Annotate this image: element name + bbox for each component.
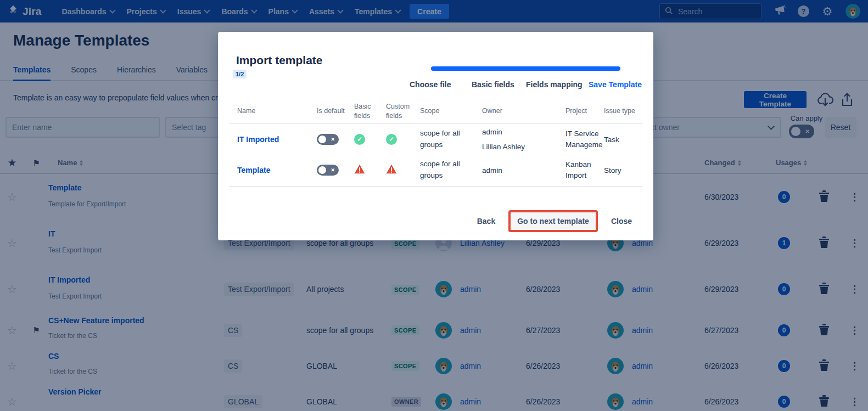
- go-to-next-template-button[interactable]: Go to next template: [511, 212, 596, 230]
- template-link[interactable]: IT Imported: [237, 135, 317, 144]
- app-window: Jira Dashboards Projects Issues Boards P…: [0, 0, 868, 411]
- divider: [229, 186, 642, 187]
- modal-table-header: Name Is default Basic fields Custom fiel…: [237, 102, 651, 121]
- col-issue-type: Issue type: [604, 106, 651, 116]
- close-button[interactable]: Close: [608, 216, 635, 226]
- basic-fields-warning-icon: [354, 164, 365, 174]
- step-choose-file[interactable]: Choose file: [410, 80, 451, 89]
- scope-cell: scope for all groups: [420, 159, 482, 182]
- is-default-toggle[interactable]: ✕: [317, 165, 339, 176]
- is-default-toggle[interactable]: ✕: [317, 134, 339, 145]
- step-counter-badge: 1/2: [233, 70, 247, 78]
- custom-fields-warning-icon: [386, 164, 397, 174]
- back-button[interactable]: Back: [474, 216, 499, 226]
- owner-cell: admin Lillian Ashley: [482, 128, 565, 151]
- col-is-default: Is default: [317, 106, 354, 116]
- annotation-highlight: Go to next template: [508, 210, 598, 232]
- col-custom-fields: Custom fields: [386, 102, 420, 121]
- import-template-modal: Import template 1/2 Choose file Basic fi…: [218, 32, 653, 240]
- col-project: Project: [565, 106, 604, 116]
- col-basic-fields: Basic fields: [354, 102, 386, 121]
- template-link[interactable]: Template: [237, 166, 317, 174]
- progress-bar: [431, 66, 620, 71]
- project-cell: IT Service Manageme: [565, 128, 604, 151]
- toggle-off-icon: ✕: [331, 137, 335, 142]
- modal-table-body: IT Imported ✕ ✓ ✓ scope for all groups a…: [237, 124, 651, 185]
- step-save-template[interactable]: Save Template: [589, 80, 642, 89]
- col-owner: Owner: [482, 106, 565, 116]
- issue-type-cell: Story: [604, 166, 651, 174]
- modal-title: Import template: [236, 54, 323, 67]
- scope-cell: scope for all groups: [420, 128, 482, 151]
- col-name: Name: [237, 106, 317, 116]
- basic-fields-success-icon: ✓: [354, 134, 365, 145]
- step-fields-mapping[interactable]: Fields mapping: [526, 80, 583, 89]
- project-cell: Kanban Import: [565, 159, 604, 182]
- owner-cell: admin: [482, 166, 565, 174]
- modal-table-row: IT Imported ✕ ✓ ✓ scope for all groups a…: [237, 124, 651, 155]
- col-scope: Scope: [420, 106, 482, 116]
- step-basic-fields[interactable]: Basic fields: [472, 80, 514, 89]
- modal-footer: Back Go to next template Close: [474, 210, 635, 232]
- modal-table-row: Template ✕ scope for all groups admin Ka…: [237, 155, 651, 185]
- custom-fields-success-icon: ✓: [386, 134, 397, 145]
- toggle-off-icon: ✕: [331, 167, 335, 173]
- issue-type-cell: Task: [604, 136, 651, 144]
